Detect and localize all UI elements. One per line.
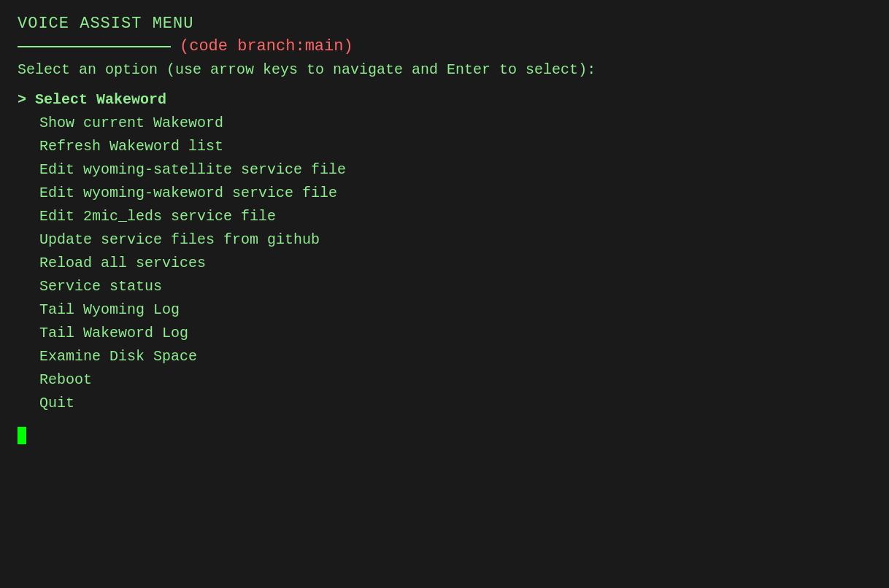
menu-item-edit-wakeword[interactable]: Edit wyoming-wakeword service file bbox=[18, 182, 871, 205]
menu-item-quit[interactable]: Quit bbox=[18, 392, 871, 415]
menu-item-select-wakeword[interactable]: Select Wakeword bbox=[18, 88, 871, 112]
menu-item-service-status[interactable]: Service status bbox=[18, 275, 871, 298]
divider-line bbox=[18, 46, 171, 47]
menu-list: Select Wakeword Show current Wakeword Re… bbox=[18, 88, 871, 415]
menu-item-reboot[interactable]: Reboot bbox=[18, 368, 871, 392]
title-divider-row: (code branch:main) bbox=[18, 37, 871, 55]
terminal-cursor bbox=[18, 427, 26, 444]
menu-item-show-wakeword[interactable]: Show current Wakeword bbox=[18, 112, 871, 135]
cursor-line bbox=[18, 421, 871, 444]
branch-label: (code branch:main) bbox=[180, 37, 353, 55]
menu-item-update-service[interactable]: Update service files from github bbox=[18, 228, 871, 252]
menu-item-reload-services[interactable]: Reload all services bbox=[18, 252, 871, 275]
menu-item-examine-disk[interactable]: Examine Disk Space bbox=[18, 345, 871, 368]
menu-item-refresh-wakeword[interactable]: Refresh Wakeword list bbox=[18, 135, 871, 158]
menu-item-edit-2mic[interactable]: Edit 2mic_leds service file bbox=[18, 205, 871, 228]
app-title: VOICE ASSIST MENU bbox=[18, 15, 871, 33]
instruction-text: Select an option (use arrow keys to navi… bbox=[18, 61, 871, 78]
menu-item-edit-satellite[interactable]: Edit wyoming-satellite service file bbox=[18, 158, 871, 182]
menu-item-tail-wakeword[interactable]: Tail Wakeword Log bbox=[18, 322, 871, 345]
terminal-window: VOICE ASSIST MENU (code branch:main) Sel… bbox=[18, 15, 871, 573]
menu-item-tail-wyoming[interactable]: Tail Wyoming Log bbox=[18, 298, 871, 322]
